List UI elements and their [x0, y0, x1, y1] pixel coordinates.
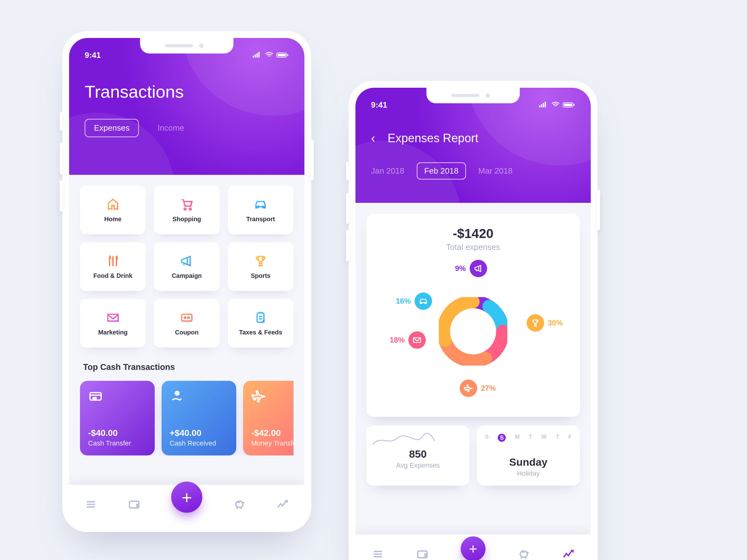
category-car[interactable]: Transport [228, 186, 293, 234]
coupon-icon [180, 311, 194, 324]
category-coupon[interactable]: Coupon [154, 299, 220, 348]
food-icon [106, 254, 120, 268]
day-label[interactable]: S [485, 434, 489, 442]
category-label: Sports [251, 272, 271, 279]
device-transactions: 9:41 Transactions Expenses Income Home [62, 31, 311, 532]
header-report: 9:41 ‹ Expenses Report Jan 2018 Feb 2018… [356, 88, 591, 203]
cart-icon [180, 197, 194, 211]
nav-menu-icon[interactable] [85, 498, 97, 512]
category-label: Coupon [175, 329, 199, 336]
avg-value: 850 [375, 448, 461, 460]
category-clipboard[interactable]: Taxes & Feeds [228, 299, 293, 348]
transaction-label: Cash Transfer [88, 439, 147, 447]
bottom-nav: + [356, 534, 591, 560]
status-time: 9:41 [85, 50, 101, 60]
segment-label-transport[interactable]: 16% [396, 292, 432, 310]
avg-label: Avg Expenses [375, 461, 461, 470]
tab-income[interactable]: Income [157, 123, 184, 133]
category-cart[interactable]: Shopping [154, 186, 220, 234]
segment-percent: 16% [396, 297, 411, 305]
month-next[interactable]: Mar 2018 [479, 166, 513, 176]
category-trophy[interactable]: Sports [228, 242, 293, 291]
mail-icon [408, 331, 426, 349]
trophy-icon [526, 314, 544, 331]
nav-savings-icon[interactable] [518, 548, 530, 560]
day-label[interactable]: T [556, 434, 559, 442]
segment-percent: 9% [455, 264, 466, 273]
segment-percent: 27% [481, 384, 496, 393]
day-selected[interactable]: S [498, 434, 506, 442]
transaction-amount: +$40.00 [170, 428, 228, 438]
trophy-icon [254, 254, 267, 268]
transaction-label: Money Transfer [251, 439, 293, 447]
nav-chart-icon[interactable] [276, 498, 289, 512]
megaphone-icon [470, 260, 487, 277]
category-label: Marketing [98, 329, 127, 336]
nav-wallet-icon[interactable] [416, 548, 429, 560]
category-home[interactable]: Home [80, 186, 146, 234]
status-time: 9:41 [371, 100, 387, 110]
clipboard-icon [254, 311, 267, 324]
avg-expenses-card[interactable]: 850 Avg Expenses [366, 426, 469, 486]
nav-chart-icon[interactable] [562, 548, 574, 560]
category-label: Transport [246, 216, 275, 223]
megaphone-icon [180, 254, 194, 268]
plane-icon [460, 379, 477, 397]
day-label[interactable]: T [529, 434, 532, 442]
sparkline-icon [372, 432, 435, 447]
day-value: Sunday [485, 456, 572, 468]
segment-label-sports[interactable]: 30% [526, 314, 563, 331]
segment-percent: 30% [548, 319, 563, 327]
day-label[interactable]: M [515, 434, 520, 442]
nav-menu-icon[interactable] [371, 548, 384, 560]
day-label[interactable]: W [541, 434, 546, 442]
category-label: Food & Drink [93, 272, 133, 279]
transaction-card[interactable]: -$40.00 Cash Transfer [80, 381, 155, 455]
section-title-top-cash: Top Cash Transactions [83, 363, 293, 372]
header-transactions: 9:41 Transactions Expenses Income [69, 38, 304, 175]
category-label: Home [104, 216, 122, 223]
month-prev[interactable]: Jan 2018 [371, 166, 404, 176]
segment-label-campaign[interactable]: 9% [455, 260, 487, 277]
nav-wallet-icon[interactable] [128, 498, 140, 512]
total-label: Total expenses [376, 242, 570, 252]
fab-add-button[interactable]: + [461, 536, 486, 560]
plane-icon [251, 389, 293, 405]
bottom-nav: + [69, 485, 304, 525]
home-icon [106, 197, 120, 211]
transaction-label: Cash Received [170, 439, 228, 447]
transaction-card[interactable]: +$40.00 Cash Received [161, 381, 236, 455]
nav-savings-icon[interactable] [233, 498, 246, 512]
category-mail[interactable]: Marketing [80, 299, 146, 348]
day-label[interactable]: F [568, 434, 572, 442]
category-food[interactable]: Food & Drink [80, 242, 146, 291]
car-icon [415, 292, 432, 310]
segment-percent: 18% [390, 336, 405, 344]
category-label: Shopping [173, 216, 201, 223]
segment-label-travel[interactable]: 27% [460, 379, 496, 397]
donut-chart [439, 297, 507, 366]
transaction-card[interactable]: -$42.00 Money Transfer [243, 381, 293, 455]
category-label: Taxes & Feeds [239, 329, 282, 336]
expenses-chart-card: -$1420 Total expenses 9%16%18%27%30% [366, 214, 580, 417]
segment-label-marketing[interactable]: 18% [390, 331, 426, 349]
device-expenses-report: 9:41 ‹ Expenses Report Jan 2018 Feb 2018… [349, 81, 598, 560]
mail-icon [106, 311, 120, 324]
category-label: Campaign [172, 272, 202, 279]
fab-add-button[interactable]: + [171, 482, 202, 513]
car-icon [254, 197, 267, 211]
category-megaphone[interactable]: Campaign [154, 242, 220, 291]
transaction-amount: -$40.00 [88, 428, 147, 438]
card-icon [88, 389, 147, 405]
day-card[interactable]: SSMTWTF Sunday Holiday [477, 426, 580, 486]
hand-coin-icon [170, 389, 228, 405]
transaction-amount: -$42.00 [251, 428, 293, 438]
total-amount: -$1420 [376, 226, 570, 241]
day-label: Holiday [485, 470, 572, 478]
